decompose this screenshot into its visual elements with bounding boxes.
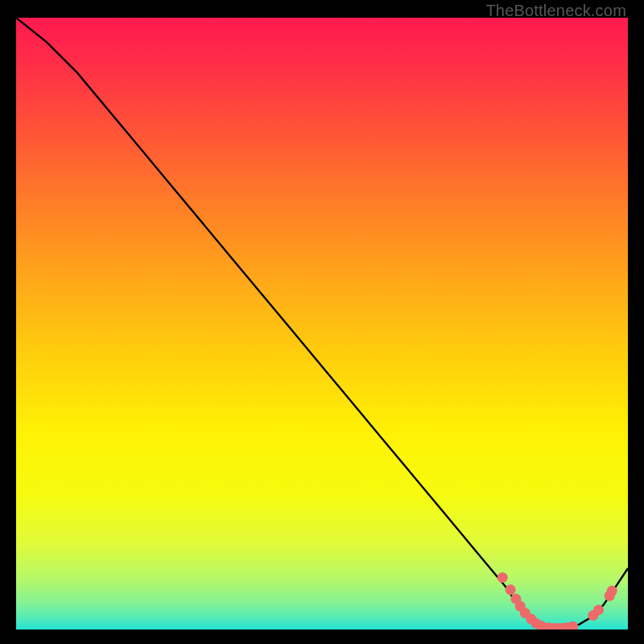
curve-marker: [497, 572, 508, 583]
chart-area: [16, 18, 628, 630]
curve-marker: [506, 584, 516, 595]
curve-marker: [593, 605, 604, 615]
watermark-text: TheBottleneck.com: [485, 2, 626, 20]
curve-marker: [607, 586, 617, 597]
chart-svg: [16, 18, 628, 630]
